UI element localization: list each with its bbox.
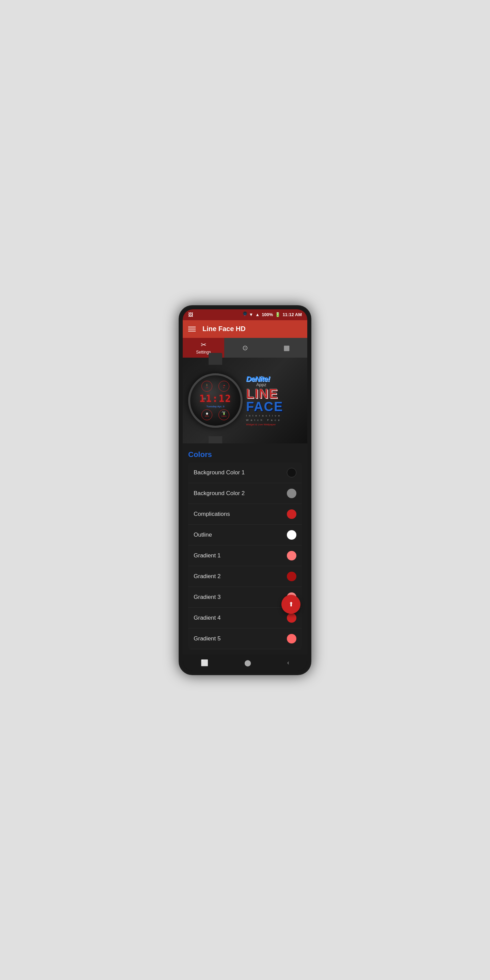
watch-container: 🚶 14 ☁ 8° 16 11:12 AM Tuesday Apr, 9: [188, 363, 243, 438]
outline-label: Outline: [194, 531, 212, 538]
outline-row[interactable]: Outline: [188, 525, 302, 546]
battery-icon: 🔋: [275, 312, 280, 317]
settings-section: Colors Background Color 1 Background Col…: [183, 443, 307, 655]
tab-watch[interactable]: ⊙: [224, 338, 266, 358]
gradient-5-row[interactable]: Gradient 5: [188, 628, 302, 649]
watch-time-row: 16 11:12 AM: [199, 393, 231, 404]
phone-battery-value: 100%: [221, 415, 226, 417]
steps-value: 14: [206, 387, 208, 388]
brand-face-text: FACE: [246, 400, 283, 413]
complications-row[interactable]: Complications: [188, 504, 302, 525]
nav-back-button[interactable]: ‹: [287, 659, 289, 666]
gallery-icon: 🖼: [188, 312, 193, 318]
gradient-5-dot[interactable]: [287, 634, 296, 643]
background-color-2-row[interactable]: Background Color 2: [188, 483, 302, 504]
gradient-2-row[interactable]: Gradient 2: [188, 566, 302, 587]
background-color-2-label: Background Color 2: [194, 490, 245, 497]
background-color-1-dot[interactable]: [287, 468, 296, 477]
watch-preview-area: 🚶 14 ☁ 8° 16 11:12 AM Tuesday Apr, 9: [183, 358, 307, 443]
app-title: Line Face HD: [202, 325, 246, 333]
background-color-1-label: Background Color 1: [194, 469, 245, 476]
complications-dot[interactable]: [287, 509, 296, 519]
gradient-1-row[interactable]: Gradient 1: [188, 546, 302, 566]
nav-home-button[interactable]: ⬤: [244, 659, 251, 667]
nav-recent-button[interactable]: ⬜: [201, 659, 208, 667]
brand-subtitle: I n t e r a c t i v eW a t c h F a c e: [246, 414, 280, 423]
gradient-4-label: Gradient 4: [194, 614, 221, 621]
colors-section-header: Colors: [188, 443, 302, 463]
brand-widget: Widget & Live Wallpaper: [246, 423, 275, 426]
upload-icon: ⬆: [288, 601, 294, 608]
phone-device: 🖼 ✦ ▼ ▲ 100% 🔋 11:12 AM Line Face HD: [179, 305, 311, 675]
watch-ampm: AM: [222, 411, 226, 413]
gradient-1-dot[interactable]: [287, 551, 296, 560]
nav-bar: ⬜ ⬤ ‹: [183, 655, 307, 671]
signal-icon: ▲: [255, 312, 259, 317]
complication-steps: 🚶 14: [202, 381, 212, 392]
app-bar: Line Face HD: [183, 320, 307, 338]
wifi-icon: ▼: [249, 312, 253, 317]
background-color-1-row[interactable]: Background Color 1: [188, 463, 302, 483]
fab-upload-button[interactable]: ⬆: [282, 595, 301, 614]
complications-label: Complications: [194, 511, 230, 517]
outline-dot[interactable]: [287, 530, 296, 540]
settings-tab-icon: ✂: [201, 340, 207, 349]
tab-info[interactable]: ▦: [266, 338, 307, 358]
complication-weather: ☁ 8°: [218, 381, 229, 392]
logo-area: DeNite! Appz LINE FACE I n t e r a c t i…: [243, 375, 302, 426]
watch-battery-icon: ⌚: [205, 412, 208, 415]
tab-bar: ✂ Settings ⊙ ▦: [183, 338, 307, 358]
status-left: 🖼: [188, 312, 193, 318]
watch-band-top: [208, 353, 222, 365]
steps-icon: 🚶: [205, 384, 208, 387]
gradient-4-dot[interactable]: [287, 613, 296, 623]
phone-screen: 🖼 ✦ ▼ ▲ 100% 🔋 11:12 AM Line Face HD: [183, 309, 307, 671]
gradient-3-label: Gradient 3: [194, 594, 221, 601]
background-color-2-dot[interactable]: [287, 488, 296, 498]
watch-battery-value: 89%: [205, 415, 209, 417]
status-right: ✦ ▼ ▲ 100% 🔋 11:12 AM: [243, 312, 302, 317]
watch-top-complications: 🚶 14 ☁ 8°: [202, 381, 229, 392]
menu-button[interactable]: [188, 327, 196, 331]
complication-battery-watch: ⌚ 89%: [202, 409, 212, 420]
gradient-2-dot[interactable]: [287, 572, 296, 581]
gradient-5-label: Gradient 5: [194, 635, 221, 642]
weather-icon: ☁: [223, 384, 225, 387]
front-camera: [243, 311, 247, 315]
battery-percent: 100%: [262, 312, 273, 317]
status-time: 11:12 AM: [282, 312, 302, 317]
watch-tab-icon: ⊙: [242, 344, 248, 352]
info-tab-icon: ▦: [283, 344, 290, 352]
watch-date-display: Tuesday Apr, 9: [206, 405, 224, 408]
brand-line-text: LINE: [246, 387, 278, 400]
gradient-1-label: Gradient 1: [194, 552, 221, 559]
watch-side-left: 16: [203, 397, 206, 400]
gradient-2-label: Gradient 2: [194, 573, 221, 580]
weather-value: 8°: [223, 387, 225, 388]
watch-face: 🚶 14 ☁ 8° 16 11:12 AM Tuesday Apr, 9: [188, 373, 243, 428]
settings-list: Background Color 1 Background Color 2 Co…: [188, 463, 302, 649]
